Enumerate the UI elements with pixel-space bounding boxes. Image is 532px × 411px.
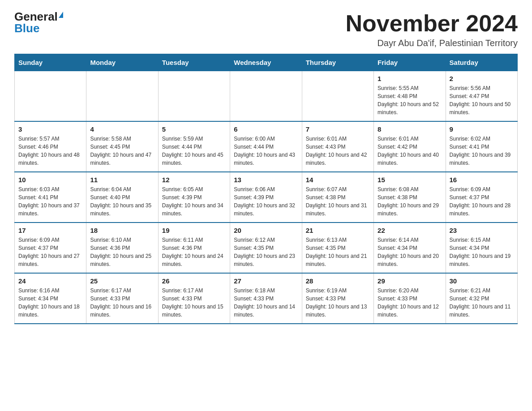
calendar-cell [86, 71, 158, 122]
day-number: 18 [90, 227, 154, 234]
day-number: 7 [306, 125, 370, 133]
day-number: 6 [234, 125, 298, 133]
day-info: Sunrise: 6:03 AM Sunset: 4:41 PM Dayligh… [18, 185, 82, 218]
day-number: 20 [234, 227, 298, 234]
calendar-cell: 30Sunrise: 6:21 AM Sunset: 4:32 PM Dayli… [446, 273, 517, 324]
day-info: Sunrise: 6:08 AM Sunset: 4:38 PM Dayligh… [378, 185, 442, 218]
month-title: November 2024 [346, 11, 518, 36]
calendar-cell: 19Sunrise: 6:11 AM Sunset: 4:36 PM Dayli… [158, 223, 230, 273]
day-info: Sunrise: 6:01 AM Sunset: 4:42 PM Dayligh… [378, 135, 442, 167]
day-number: 2 [450, 75, 514, 82]
page-header: General Blue November 2024 Dayr Abu Da'i… [14, 11, 518, 48]
day-info: Sunrise: 6:16 AM Sunset: 4:34 PM Dayligh… [18, 287, 82, 319]
weekday-header-friday: Friday [374, 54, 446, 71]
calendar-week-5: 24Sunrise: 6:16 AM Sunset: 4:34 PM Dayli… [15, 273, 518, 324]
day-info: Sunrise: 5:59 AM Sunset: 4:44 PM Dayligh… [162, 135, 226, 167]
day-number: 17 [18, 227, 82, 234]
calendar-cell: 25Sunrise: 6:17 AM Sunset: 4:33 PM Dayli… [86, 273, 158, 324]
day-info: Sunrise: 6:14 AM Sunset: 4:34 PM Dayligh… [378, 236, 442, 268]
day-info: Sunrise: 6:21 AM Sunset: 4:32 PM Dayligh… [450, 287, 514, 319]
calendar-cell: 1Sunrise: 5:55 AM Sunset: 4:48 PM Daylig… [374, 71, 446, 122]
calendar-cell: 23Sunrise: 6:15 AM Sunset: 4:34 PM Dayli… [446, 223, 517, 273]
day-info: Sunrise: 5:57 AM Sunset: 4:46 PM Dayligh… [18, 135, 82, 167]
weekday-header-row: SundayMondayTuesdayWednesdayThursdayFrid… [15, 54, 518, 71]
logo-blue-text: Blue [14, 22, 39, 34]
day-info: Sunrise: 6:11 AM Sunset: 4:36 PM Dayligh… [162, 236, 226, 268]
calendar-week-1: 1Sunrise: 5:55 AM Sunset: 4:48 PM Daylig… [15, 71, 518, 122]
day-number: 24 [18, 277, 82, 285]
day-info: Sunrise: 6:13 AM Sunset: 4:35 PM Dayligh… [306, 236, 370, 268]
calendar-cell: 4Sunrise: 5:58 AM Sunset: 4:45 PM Daylig… [86, 121, 158, 172]
calendar-cell: 9Sunrise: 6:02 AM Sunset: 4:41 PM Daylig… [446, 121, 517, 172]
day-number: 1 [378, 75, 442, 82]
logo-general-text: General [14, 11, 58, 22]
weekday-header-thursday: Thursday [302, 54, 373, 71]
logo: General Blue [14, 11, 63, 34]
day-info: Sunrise: 6:05 AM Sunset: 4:39 PM Dayligh… [162, 185, 226, 218]
calendar-cell: 11Sunrise: 6:04 AM Sunset: 4:40 PM Dayli… [86, 172, 158, 223]
day-info: Sunrise: 5:56 AM Sunset: 4:47 PM Dayligh… [450, 84, 514, 116]
calendar-cell [158, 71, 230, 122]
calendar-cell: 17Sunrise: 6:09 AM Sunset: 4:37 PM Dayli… [15, 223, 86, 273]
calendar-week-4: 17Sunrise: 6:09 AM Sunset: 4:37 PM Dayli… [15, 223, 518, 273]
day-number: 16 [450, 176, 514, 184]
day-number: 22 [378, 227, 442, 234]
calendar-cell: 15Sunrise: 6:08 AM Sunset: 4:38 PM Dayli… [374, 172, 446, 223]
calendar-cell: 21Sunrise: 6:13 AM Sunset: 4:35 PM Dayli… [302, 223, 373, 273]
calendar-cell: 16Sunrise: 6:09 AM Sunset: 4:37 PM Dayli… [446, 172, 517, 223]
day-number: 12 [162, 176, 226, 184]
logo-triangle-icon [59, 12, 63, 18]
day-number: 21 [306, 227, 370, 234]
calendar-cell: 14Sunrise: 6:07 AM Sunset: 4:38 PM Dayli… [302, 172, 373, 223]
calendar-cell: 2Sunrise: 5:56 AM Sunset: 4:47 PM Daylig… [446, 71, 517, 122]
day-number: 13 [234, 176, 298, 184]
day-number: 14 [306, 176, 370, 184]
calendar-cell: 20Sunrise: 6:12 AM Sunset: 4:35 PM Dayli… [230, 223, 302, 273]
day-info: Sunrise: 6:15 AM Sunset: 4:34 PM Dayligh… [450, 236, 514, 268]
calendar-cell: 29Sunrise: 6:20 AM Sunset: 4:33 PM Dayli… [374, 273, 446, 324]
day-info: Sunrise: 6:02 AM Sunset: 4:41 PM Dayligh… [450, 135, 514, 167]
weekday-header-monday: Monday [86, 54, 158, 71]
weekday-header-sunday: Sunday [15, 54, 86, 71]
weekday-header-tuesday: Tuesday [158, 54, 230, 71]
calendar-table: SundayMondayTuesdayWednesdayThursdayFrid… [14, 54, 518, 324]
day-info: Sunrise: 6:07 AM Sunset: 4:38 PM Dayligh… [306, 185, 370, 218]
calendar-cell: 10Sunrise: 6:03 AM Sunset: 4:41 PM Dayli… [15, 172, 86, 223]
calendar-cell: 24Sunrise: 6:16 AM Sunset: 4:34 PM Dayli… [15, 273, 86, 324]
weekday-header-wednesday: Wednesday [230, 54, 302, 71]
day-info: Sunrise: 6:04 AM Sunset: 4:40 PM Dayligh… [90, 185, 154, 218]
day-number: 27 [234, 277, 298, 285]
day-info: Sunrise: 6:17 AM Sunset: 4:33 PM Dayligh… [162, 287, 226, 319]
calendar-cell [15, 71, 86, 122]
location-subtitle: Dayr Abu Da'if, Palestinian Territory [346, 38, 518, 48]
day-number: 9 [450, 125, 514, 133]
day-info: Sunrise: 6:09 AM Sunset: 4:37 PM Dayligh… [450, 185, 514, 218]
day-info: Sunrise: 5:55 AM Sunset: 4:48 PM Dayligh… [378, 84, 442, 116]
day-number: 23 [450, 227, 514, 234]
day-number: 10 [18, 176, 82, 184]
calendar-cell: 22Sunrise: 6:14 AM Sunset: 4:34 PM Dayli… [374, 223, 446, 273]
day-info: Sunrise: 6:00 AM Sunset: 4:44 PM Dayligh… [234, 135, 298, 167]
day-info: Sunrise: 6:01 AM Sunset: 4:43 PM Dayligh… [306, 135, 370, 167]
weekday-header-saturday: Saturday [446, 54, 517, 71]
day-number: 26 [162, 277, 226, 285]
day-number: 28 [306, 277, 370, 285]
day-info: Sunrise: 6:19 AM Sunset: 4:33 PM Dayligh… [306, 287, 370, 319]
calendar-cell: 6Sunrise: 6:00 AM Sunset: 4:44 PM Daylig… [230, 121, 302, 172]
calendar-cell: 7Sunrise: 6:01 AM Sunset: 4:43 PM Daylig… [302, 121, 373, 172]
day-info: Sunrise: 6:20 AM Sunset: 4:33 PM Dayligh… [378, 287, 442, 319]
calendar-week-3: 10Sunrise: 6:03 AM Sunset: 4:41 PM Dayli… [15, 172, 518, 223]
day-number: 15 [378, 176, 442, 184]
day-info: Sunrise: 6:10 AM Sunset: 4:36 PM Dayligh… [90, 236, 154, 268]
calendar-cell [302, 71, 373, 122]
calendar-cell: 8Sunrise: 6:01 AM Sunset: 4:42 PM Daylig… [374, 121, 446, 172]
day-number: 25 [90, 277, 154, 285]
calendar-cell: 28Sunrise: 6:19 AM Sunset: 4:33 PM Dayli… [302, 273, 373, 324]
calendar-cell: 27Sunrise: 6:18 AM Sunset: 4:33 PM Dayli… [230, 273, 302, 324]
day-number: 4 [90, 125, 154, 133]
calendar-week-2: 3Sunrise: 5:57 AM Sunset: 4:46 PM Daylig… [15, 121, 518, 172]
calendar-cell: 5Sunrise: 5:59 AM Sunset: 4:44 PM Daylig… [158, 121, 230, 172]
calendar-cell: 12Sunrise: 6:05 AM Sunset: 4:39 PM Dayli… [158, 172, 230, 223]
title-area: November 2024 Dayr Abu Da'if, Palestinia… [346, 11, 518, 48]
day-info: Sunrise: 6:12 AM Sunset: 4:35 PM Dayligh… [234, 236, 298, 268]
